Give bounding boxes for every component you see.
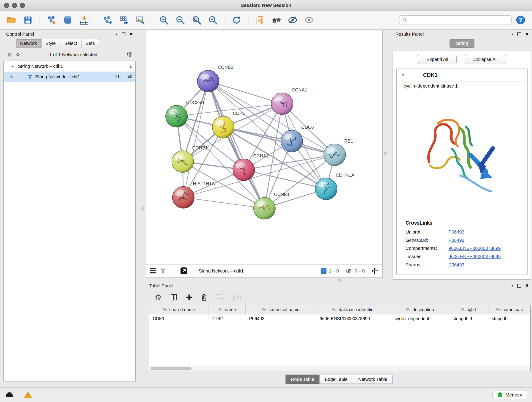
tab-network-table[interactable]: Network Table: [353, 375, 393, 384]
tab-node-table[interactable]: Node Table: [285, 375, 320, 384]
panel-close-icon[interactable]: ✖: [525, 32, 529, 36]
table-cell[interactable]: CDK1: [209, 314, 246, 323]
share-view-icon[interactable]: [160, 268, 166, 274]
delete-column-button[interactable]: [201, 294, 208, 301]
hide-selected-button[interactable]: [285, 12, 300, 27]
home-views-button[interactable]: [269, 12, 284, 27]
collapse-all-button[interactable]: Collapse All: [465, 55, 506, 64]
tree-caret-icon[interactable]: ▾: [12, 64, 14, 68]
zoom-out-button[interactable]: [173, 12, 188, 27]
pan-crosshair-icon[interactable]: [371, 267, 378, 274]
save-session-button[interactable]: [20, 12, 35, 27]
selected-checkbox-icon[interactable]: ✓: [321, 268, 326, 274]
hidden-eye-slash-icon[interactable]: [345, 268, 352, 274]
network-node-CDKN1A[interactable]: CDKN1A: [315, 172, 355, 200]
copy-button[interactable]: [253, 12, 267, 27]
crosslink-genecard-link[interactable]: P06493: [449, 237, 464, 242]
expand-all-button[interactable]: Expand All: [418, 55, 457, 64]
column-header--id[interactable]: @id: [449, 305, 488, 314]
network-node-HIST1H1A[interactable]: HIST1H1A: [172, 181, 215, 208]
table-cell[interactable]: cyclin–dependent ...: [391, 314, 449, 323]
export-table-button[interactable]: [117, 12, 132, 27]
help-button[interactable]: ?: [513, 12, 528, 27]
refresh-button[interactable]: [229, 12, 244, 27]
panel-collapse-icon[interactable]: ▾: [116, 32, 118, 36]
crosslink-compartments-link[interactable]: 9606.ENSP00000378699: [449, 246, 501, 251]
import-table-button[interactable]: [77, 12, 92, 27]
column-header-name[interactable]: name: [209, 305, 246, 314]
zoom-window-button[interactable]: [20, 2, 25, 7]
create-column-button[interactable]: [186, 294, 192, 301]
network-node-CCNB1[interactable]: CCNB1: [172, 145, 208, 172]
show-columns-button[interactable]: [170, 294, 177, 301]
network-node-CDK1[interactable]: CDK1: [212, 111, 245, 138]
tab-network[interactable]: Network: [16, 39, 41, 48]
import-network-database-button[interactable]: [60, 12, 75, 27]
expand-all-icon[interactable]: [15, 52, 20, 57]
cloud-icon[interactable]: [5, 391, 14, 398]
network-collection-row[interactable]: ▾ String Network – cdk1 1: [4, 61, 135, 71]
vertical-splitter-handle[interactable]: [141, 207, 144, 210]
search-field[interactable]: [399, 15, 512, 25]
panel-collapse-icon[interactable]: ▾: [511, 284, 513, 287]
table-row[interactable]: CDK1CDK1P064939606.ENSP00000378699cyclin…: [149, 314, 530, 323]
tab-string[interactable]: String: [450, 39, 475, 48]
warning-icon[interactable]: [24, 391, 32, 398]
table-cell[interactable]: 9606.ENSP00000378699: [316, 314, 391, 323]
panel-close-icon[interactable]: ✖: [129, 32, 133, 36]
collapse-all-icon[interactable]: [7, 52, 12, 57]
zoom-in-button[interactable]: [157, 12, 171, 27]
column-header-namespac[interactable]: namespac: [488, 305, 530, 314]
grid-view-icon[interactable]: [150, 268, 156, 274]
crosslink-label: Compartments:: [405, 246, 448, 251]
crosslink-pharos-link[interactable]: P06493: [449, 262, 464, 267]
delete-table-button[interactable]: [215, 294, 224, 301]
column-header-canonical-name[interactable]: canonical name: [246, 305, 316, 314]
tab-style[interactable]: Style: [41, 39, 60, 48]
panel-float-icon[interactable]: [517, 32, 521, 36]
network-row-selected[interactable]: String Network – cdk1 11 48: [4, 71, 135, 82]
horizontal-splitter-handle[interactable]: [338, 279, 341, 281]
panel-close-icon[interactable]: ✖: [525, 284, 529, 288]
memory-label: Memory: [505, 392, 522, 397]
network-node-RB1[interactable]: RB1: [324, 138, 353, 166]
tab-edge-table[interactable]: Edge Table: [319, 375, 353, 384]
node-label-CCNB1: CCNB1: [192, 145, 208, 150]
import-network-file-button[interactable]: [44, 12, 59, 27]
vertical-splitter-handle[interactable]: [384, 152, 387, 155]
zoom-selected-button[interactable]: [206, 12, 220, 27]
panel-collapse-icon[interactable]: ▾: [511, 32, 513, 36]
table-horizontal-scrollbar[interactable]: [149, 366, 530, 370]
panel-float-icon[interactable]: [517, 284, 521, 287]
tab-sets[interactable]: Sets: [81, 39, 99, 48]
gene-card-caret-icon[interactable]: ▾: [402, 73, 404, 77]
minimize-window-button[interactable]: [12, 2, 17, 7]
table-cell[interactable]: stringdb:9...: [449, 314, 488, 323]
crosslink-uniprot-link[interactable]: P06493: [449, 229, 464, 234]
column-header-description[interactable]: description: [391, 305, 449, 314]
table-settings-button[interactable]: ⚙: [155, 293, 162, 301]
network-canvas[interactable]: CCNB2CCNA1CDC25BCDK1CDC6RB1CCNB1CCNA2CDK…: [146, 30, 382, 264]
table-cell[interactable]: CDK1: [149, 314, 209, 323]
table-cell[interactable]: stringdb: [488, 314, 530, 323]
column-header-shared-name[interactable]: shared name: [149, 305, 209, 314]
zoom-fit-button[interactable]: [189, 12, 204, 27]
network-node-CCNA1[interactable]: CCNA1: [271, 87, 307, 115]
memory-button[interactable]: Memory: [493, 390, 527, 399]
scrollbar-thumb[interactable]: [151, 367, 191, 370]
gear-icon[interactable]: ⚙: [126, 51, 132, 58]
export-network-button[interactable]: [100, 12, 115, 27]
function-builder-button[interactable]: f(x): [232, 294, 241, 301]
column-header-database-identifier[interactable]: database identifier: [316, 305, 391, 314]
show-hide-panel-button[interactable]: [302, 12, 317, 27]
search-input[interactable]: [409, 17, 508, 23]
open-in-new-icon[interactable]: [180, 267, 188, 275]
panel-float-icon[interactable]: [122, 32, 125, 36]
close-window-button[interactable]: [4, 2, 9, 7]
table-cell[interactable]: P06493: [246, 314, 316, 323]
tab-select[interactable]: Select: [60, 39, 82, 48]
network-node-CCNB2[interactable]: CCNB2: [197, 65, 233, 92]
crosslink-tissues-link[interactable]: 9606.ENSP00000378699: [449, 254, 501, 259]
open-session-button[interactable]: [4, 12, 19, 27]
export-image-button[interactable]: [133, 12, 148, 27]
